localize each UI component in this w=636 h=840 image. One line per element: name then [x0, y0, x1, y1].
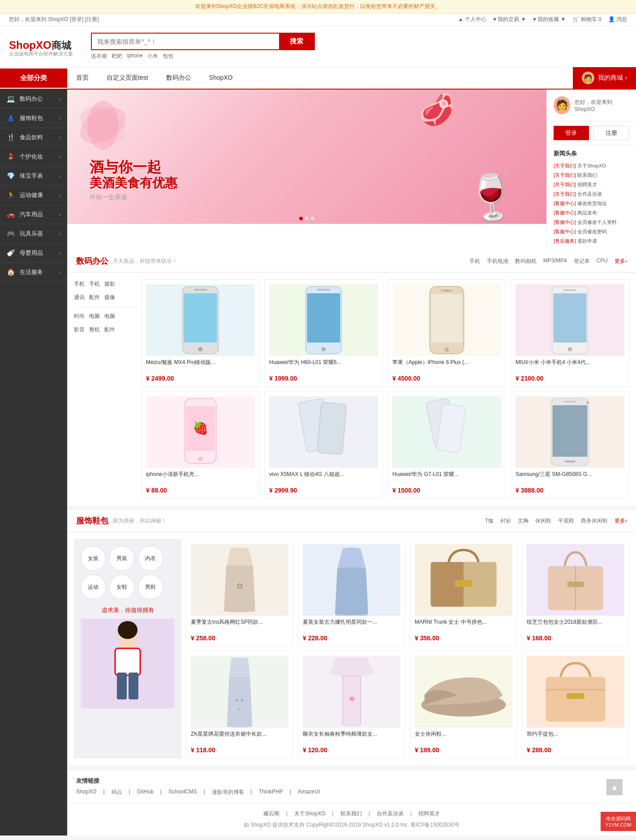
footer-link-contact[interactable]: 联系我们: [340, 810, 362, 818]
cat-shirt[interactable]: 衬衫: [500, 517, 511, 525]
news-item-8[interactable]: [客服中心] 会员修改密码: [554, 227, 629, 236]
product-bag-simple[interactable]: 简约手提包... ¥ 288.00: [522, 651, 629, 759]
nav-pc2[interactable]: 电脑: [104, 312, 115, 321]
nav-phone[interactable]: 手机: [74, 279, 85, 289]
news-item-1[interactable]: [关于我们] 关于ShopXO: [554, 161, 629, 171]
news-item-7[interactable]: [客服中心] 会员修改个人资料: [554, 218, 629, 227]
nav-desktop[interactable]: 整机: [89, 325, 100, 334]
product-samsung[interactable]: Samsung/三星 SM-G8508S G... ¥ 3888.00: [511, 391, 629, 499]
cat-casual-shoe[interactable]: 休闲鞋: [535, 517, 551, 525]
product-vivo[interactable]: vivo X5MAX L 移动4G 八核超... ¥ 2999.90: [264, 391, 383, 499]
cat-badge-women[interactable]: 女装: [81, 546, 106, 571]
nav-comm[interactable]: 通讯: [74, 293, 85, 302]
nav-acc[interactable]: 配件: [89, 293, 100, 302]
sidebar-sports[interactable]: 🏃 运动健康 ›: [0, 186, 67, 205]
nav-av[interactable]: 影音: [74, 325, 85, 334]
cat-phone[interactable]: 手机: [469, 257, 480, 265]
nav-photo[interactable]: 摄影: [104, 279, 115, 289]
cat-business-shoe[interactable]: 商务休闲鞋: [581, 517, 608, 525]
nav-phone2[interactable]: 手机: [89, 279, 100, 289]
product-xiaomi4[interactable]: MIUI/小米 小米手机4 小米4代... ¥ 2100.00: [511, 279, 629, 387]
friend-link-schoolcms[interactable]: SchoolCMS: [168, 789, 197, 796]
news-item-4[interactable]: [关于我们] 合作及洽谈: [554, 189, 629, 199]
product-pajamas[interactable]: 🌸 睡衣女长袖春秋季纯棉薄款女... ¥ 120.00: [298, 651, 405, 759]
nav-parts[interactable]: 配件: [104, 325, 115, 334]
cat-badge-men-shoes[interactable]: 男鞋: [138, 574, 163, 600]
product-dress1[interactable]: ✿ 夏季复古ins风格网红SP同款... ¥ 258.00: [186, 539, 293, 647]
product-bag-nzl[interactable]: 纽芝兰包包女士2018新款潮百... ¥ 168.00: [522, 539, 629, 647]
product-dress2[interactable]: 夏装女装古力娜扎明星同款一... ¥ 228.00: [298, 539, 405, 647]
search-button[interactable]: 搜索: [279, 34, 314, 49]
cat-badge-sports[interactable]: 运动: [81, 574, 106, 600]
nav-pc[interactable]: 电脑: [89, 312, 100, 321]
nav-shopxo[interactable]: ShopXO: [200, 69, 242, 87]
cat-laptop[interactable]: 笔记本: [574, 257, 590, 265]
product-iphone6[interactable]: 苹果（Apple）iPhone 6 Plus (... ¥ 4500.00: [387, 279, 506, 387]
cat-cpu[interactable]: CPU: [597, 257, 608, 265]
nav-home[interactable]: 首页: [67, 69, 98, 87]
sidebar-digital[interactable]: 💻 数码办公 ›: [0, 90, 67, 109]
footer-link-recruit[interactable]: 招聘英才: [418, 810, 440, 818]
search-tag-4[interactable]: 小米: [147, 52, 158, 60]
news-item-3[interactable]: [关于我们] 招聘英才: [554, 180, 629, 189]
news-item-2[interactable]: [关于我们] 联系我们: [554, 171, 629, 180]
product-dress3[interactable]: ✦✦ ✦ ZK星星绣花蕾丝连衣裙中长款... ¥ 118.00: [186, 651, 293, 759]
sidebar-toys[interactable]: 🎮 玩具乐器 ›: [0, 224, 67, 244]
nav-video[interactable]: 摄像: [104, 293, 115, 302]
message-link[interactable]: 👤 消息: [608, 16, 627, 23]
cat-badge-underwear[interactable]: 内衣: [138, 546, 163, 571]
personal-center-link[interactable]: ▲ 个人中心: [458, 16, 486, 23]
my-favorites-link[interactable]: ♥ 我的收藏 ▼: [533, 16, 566, 23]
nav-fashion[interactable]: 时尚: [74, 312, 85, 321]
cat-mp3[interactable]: MP3/MP4: [543, 257, 567, 265]
search-input[interactable]: [92, 34, 279, 49]
product-huawei-h60[interactable]: Huawei/华为 H60-L01 荣耀6... ¥ 1999.00: [264, 279, 383, 387]
sidebar-clothes[interactable]: 👗 服饰鞋包 ›: [0, 109, 67, 128]
product-shoes[interactable]: 女士休闲鞋... ¥ 199.00: [410, 651, 517, 759]
search-tag-5[interactable]: 包包: [163, 52, 173, 60]
friend-link-thinkphp[interactable]: ThinkPHP: [259, 789, 283, 796]
digital-more-link[interactable]: 更多›: [615, 257, 627, 265]
sidebar-beauty[interactable]: 💄 个护化妆 ›: [0, 147, 67, 167]
sidebar-food[interactable]: 🍴 食品饮料 ›: [0, 128, 67, 147]
clothes-more-link[interactable]: 更多›: [615, 517, 627, 525]
cart-top-link[interactable]: 🛒 购物车 0: [572, 16, 601, 23]
register-button[interactable]: 注册: [593, 126, 630, 140]
footer-link-about[interactable]: 关于ShopXO: [294, 810, 325, 818]
product-meizu[interactable]: Meizu/魅族 MX4 Pro移动版... ¥ 2499.00: [141, 279, 260, 387]
nav-digital[interactable]: 数码办公: [157, 69, 200, 87]
cat-flat-shoe[interactable]: 平底鞋: [558, 517, 574, 525]
product-iphone-case[interactable]: 🍓 iphone小清新手机壳... ¥ 88.00: [141, 391, 260, 499]
cat-tshirt[interactable]: T恤: [485, 517, 494, 525]
search-tag-1[interactable]: 连衣裙: [91, 52, 107, 60]
footer-link-cangshige[interactable]: 藏石阁: [263, 810, 279, 818]
nav-custom[interactable]: 自定义页面test: [98, 69, 157, 87]
cat-badge-men[interactable]: 男装: [109, 546, 134, 571]
search-tag-3[interactable]: iphone: [127, 52, 143, 60]
cat-camera[interactable]: 数码相机: [515, 257, 537, 265]
sidebar-life[interactable]: 🏠 生活服务 ›: [0, 263, 67, 282]
search-tag-2[interactable]: 耙耙: [112, 52, 122, 60]
cat-bra[interactable]: 文胸: [518, 517, 529, 525]
my-orders-link[interactable]: ♥ 我的交易 ▼: [493, 16, 526, 23]
product-huawei-g7[interactable]: Huawei/华为 G7-L01 荣耀... ¥ 1500.00: [387, 391, 506, 499]
sidebar-auto[interactable]: 🚗 汽车用品 ›: [0, 205, 67, 224]
news-item-6[interactable]: [客服中心] 商品发布: [554, 208, 629, 218]
login-button[interactable]: 登录: [554, 126, 589, 140]
news-item-5[interactable]: [客服中心] 修改收货地址: [554, 199, 629, 208]
float-badge-label[interactable]: 依依源码网 Y1YM.COM: [601, 812, 636, 831]
friend-link-amazeui[interactable]: AmazeUI: [298, 789, 320, 796]
my-shop-button[interactable]: 🧑 我的商城 ›: [573, 67, 636, 89]
product-bag-marni[interactable]: MARNI Trunk 女士 中号拼色... ¥ 356.00: [410, 539, 517, 647]
back-to-top-button[interactable]: ▲: [606, 779, 623, 795]
friend-link-blog[interactable]: 漫影哥的博客: [212, 789, 244, 796]
all-categories-button[interactable]: 全部分类: [0, 69, 67, 88]
cat-badge-women-shoes[interactable]: 女鞋: [109, 574, 134, 600]
sidebar-baby[interactable]: 🍼 母婴用品 ›: [0, 244, 67, 263]
cat-battery[interactable]: 手机电池: [487, 257, 508, 265]
sidebar-jewelry[interactable]: 💎 珠宝手表 ›: [0, 167, 67, 186]
footer-link-partner[interactable]: 合作及洽谈: [377, 810, 404, 818]
friend-link-github[interactable]: GitHub: [137, 789, 154, 796]
news-item-9[interactable]: [售后服务] 退款申请: [554, 236, 629, 246]
friend-link-gitee[interactable]: 码云: [112, 789, 122, 796]
